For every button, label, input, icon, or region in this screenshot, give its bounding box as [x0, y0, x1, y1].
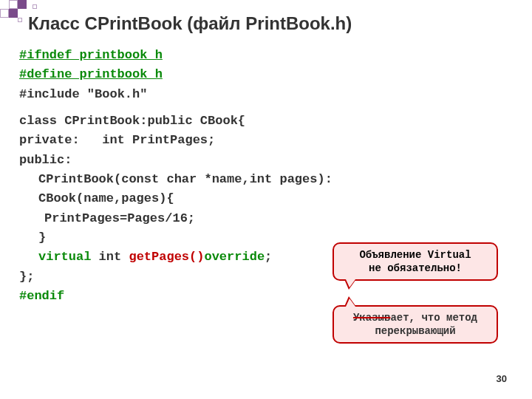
- code-line: #ifndef printbook_h: [19, 48, 163, 62]
- code-line: private: int PrintPages;: [19, 131, 364, 150]
- code-line: #endif: [19, 289, 64, 303]
- code-line: public:: [19, 151, 364, 170]
- code-line: };: [19, 267, 364, 287]
- slide-title: Класс CPrintBook (файл PrintBook.h): [28, 13, 352, 34]
- code-line: #define printbook_h: [19, 67, 163, 81]
- code-line: #include "Book.h": [19, 85, 364, 104]
- callout-text: Объявление Virtual: [341, 248, 489, 262]
- code-line: class CPrintBook:public CBook{: [19, 112, 364, 131]
- code-line: CPrintBook(const char *name,int pages): …: [19, 170, 364, 209]
- code-line: virtual int getPages()override;: [19, 248, 364, 267]
- callout-text: перекрывающий: [341, 324, 489, 338]
- page-number: 30: [497, 373, 507, 384]
- callout-override-note: Указывает, что метод перекрывающий: [332, 305, 498, 344]
- code-line: PrintPages=Pages/16;: [19, 209, 364, 228]
- code-line: }: [19, 228, 364, 248]
- callout-text: не обязательно!: [341, 262, 489, 275]
- code-block: #ifndef printbook_h #define printbook_h …: [19, 46, 364, 306]
- callout-text: Указывает, что метод: [341, 311, 489, 324]
- callout-virtual-optional: Объявление Virtual не обязательно!: [332, 242, 498, 281]
